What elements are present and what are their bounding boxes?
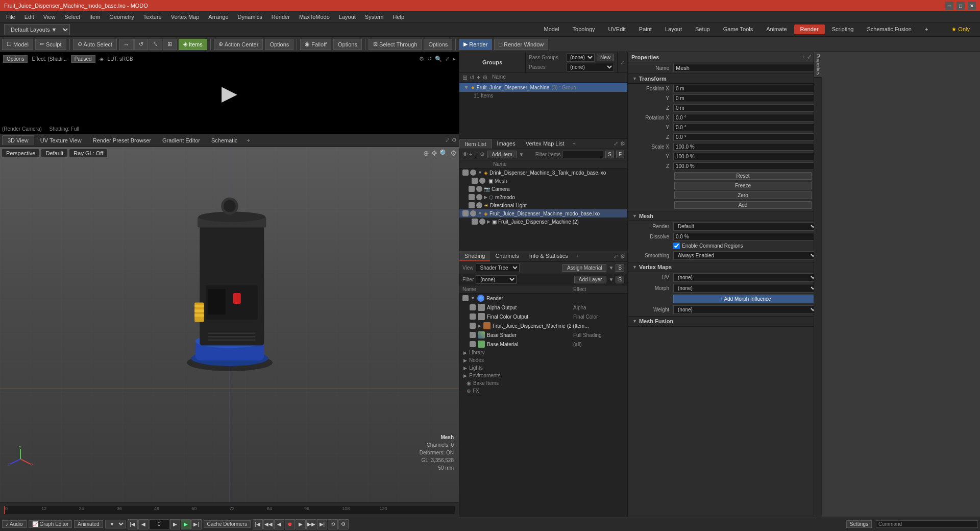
shading-expand-icon[interactable]: ⤢ (614, 253, 618, 260)
record-button[interactable]: ⏺ (285, 519, 295, 529)
loop-button[interactable]: ⟲ (328, 519, 338, 529)
cmd-regions-checkbox[interactable] (673, 243, 680, 249)
view-tab-gradient[interactable]: Gradient Editor (157, 136, 205, 145)
menu-layout[interactable]: Layout (335, 13, 360, 21)
frame-input[interactable] (149, 519, 169, 529)
star-only[interactable]: ★ Only (945, 25, 976, 34)
tab-add[interactable]: + (919, 25, 934, 34)
tab-uvedit[interactable]: UVEdit (602, 25, 632, 34)
shader-tree-select[interactable]: Shader Tree (476, 263, 520, 272)
tab-info-stats[interactable]: Info & Statistics (524, 251, 573, 261)
scale-z-input[interactable] (673, 162, 818, 170)
add-item-button[interactable]: Add Item (487, 151, 517, 158)
shader-section-nodes[interactable]: ▶ Nodes (459, 356, 627, 364)
tab-layout[interactable]: Layout (659, 25, 688, 34)
falloff-button[interactable]: ◉ Falloff (300, 39, 331, 50)
menu-geometry[interactable]: Geometry (105, 13, 138, 21)
side-tab-properties[interactable]: Properties (814, 52, 822, 78)
options-button-3[interactable]: Options (424, 39, 452, 50)
play-button[interactable]: ▶ (214, 78, 245, 108)
graph-editor-button[interactable]: 📈 Graph Editor (29, 520, 72, 528)
tab-animate[interactable]: Animate (760, 25, 793, 34)
item-row-0[interactable]: ▼ ◈ Drink_Dispenser_Machine_3_Tank_modo_… (459, 168, 627, 177)
shading-s-btn-2[interactable]: S (616, 276, 624, 283)
weight-select[interactable]: (none) (673, 305, 818, 314)
item-row-m2modo[interactable]: ▶ ⬡ m2modo (459, 193, 627, 201)
menu-system[interactable]: System (361, 13, 388, 21)
item-row-light[interactable]: ☀ Directional Light (459, 201, 627, 209)
model-button[interactable]: ☐ Model (2, 39, 33, 50)
command-input[interactable] (904, 521, 975, 527)
passes-select[interactable]: (none) (567, 63, 614, 71)
smoothing-select[interactable]: Always Enabled (673, 251, 818, 260)
transport-btn-3[interactable]: ◀ (274, 519, 284, 529)
maximize-button[interactable]: □ (957, 2, 965, 10)
auto-select-button[interactable]: ⊙ Auto Select (73, 39, 117, 50)
tab-shading[interactable]: Shading (459, 251, 490, 261)
transport-btn-6[interactable]: ▶▶ (306, 519, 316, 529)
close-button[interactable]: ✕ (968, 2, 976, 10)
expand-icon[interactable]: ⤢ (445, 137, 450, 143)
vp-pan-icon[interactable]: ✥ (431, 149, 437, 157)
tab-scripting[interactable]: Scripting (826, 25, 860, 34)
viewport-3d[interactable]: Perspective Default Ray GL: Off ⊕ ✥ 🔍 ⚙ … (0, 147, 459, 502)
tab-game-tools[interactable]: Game Tools (717, 25, 760, 34)
menu-edit[interactable]: Edit (20, 13, 38, 21)
shader-section-environments[interactable]: ▶ Environments (459, 372, 627, 379)
tab-images[interactable]: Images (492, 139, 521, 149)
menu-maxtomodo[interactable]: MaxToModo (295, 13, 334, 21)
shader-row-alpha[interactable]: Alpha Output Alpha (459, 303, 627, 312)
menu-arrange[interactable]: Arrange (204, 13, 232, 21)
mesh-header[interactable]: ▼ Mesh (628, 211, 822, 221)
options-btn[interactable]: Options (3, 55, 28, 63)
animated-select[interactable]: ▼ (105, 520, 126, 528)
freeze-button[interactable]: Freeze (674, 182, 812, 189)
go-start-button[interactable]: |◀ (128, 519, 138, 529)
menu-file[interactable]: File (2, 13, 19, 21)
transport-btn-5[interactable]: ▶ (296, 519, 306, 529)
more-icon[interactable]: ▸ (453, 56, 456, 62)
tab-item-list[interactable]: Item List (459, 139, 492, 149)
tab-shading-add[interactable]: + (573, 251, 582, 261)
uv-select[interactable]: (none) (673, 273, 818, 282)
pos-z-input[interactable] (673, 104, 818, 112)
item-row-camera[interactable]: 📷 Camera (459, 185, 627, 193)
filter-s-btn[interactable]: S (605, 151, 614, 158)
groups-expand[interactable]: ⤢ (617, 52, 627, 73)
assign-material-dropdown[interactable]: ▼ (608, 265, 614, 271)
items-button[interactable]: ◈ Items (179, 39, 207, 50)
tab-vertex-map-list[interactable]: Vertex Map List (521, 139, 570, 149)
tab-schematic[interactable]: Schematic Fusion (861, 25, 917, 34)
options-transport[interactable]: ⚙ (338, 519, 349, 529)
transport-btn-2[interactable]: ◀◀ (263, 519, 274, 529)
settings-view-icon[interactable]: ⚙ (452, 137, 457, 143)
tab-render[interactable]: Render (794, 25, 825, 34)
shader-section-bake[interactable]: ◉ Bake Items (459, 379, 627, 387)
items-expand-icon[interactable]: ⤢ (614, 140, 618, 147)
shader-row-render[interactable]: ▼ Render (459, 294, 627, 303)
view-tab-uv[interactable]: UV Texture View (35, 136, 87, 145)
name-input[interactable] (673, 64, 818, 72)
dissolve-input[interactable] (673, 233, 818, 240)
reset-button[interactable]: Reset (674, 172, 812, 180)
menu-help[interactable]: Help (389, 13, 409, 21)
next-frame-button[interactable]: ▶ (170, 519, 180, 529)
new-group-button[interactable]: New (597, 54, 614, 61)
tab-paint[interactable]: Paint (633, 25, 658, 34)
minimize-button[interactable]: ─ (945, 2, 953, 10)
items-dots-icon[interactable]: ⋮ (473, 151, 479, 158)
view-tab-add[interactable]: + (243, 136, 253, 144)
tab-model[interactable]: Model (538, 25, 566, 34)
scale-y-input[interactable] (673, 153, 818, 160)
layouts-dropdown[interactable]: Default Layouts ▼ (4, 24, 70, 35)
view-tab-schematic[interactable]: Schematic (206, 136, 242, 145)
scale-icon[interactable]: ⤡ (149, 39, 162, 50)
move-icon[interactable]: ↔ (119, 39, 134, 50)
dropdown-arrow-items[interactable]: ▼ (519, 152, 524, 157)
play-pause-button[interactable]: ▶ (181, 519, 191, 529)
animated-button[interactable]: Animated (74, 520, 103, 528)
settings-icon[interactable]: ⚙ (419, 56, 424, 62)
options-button-2[interactable]: Options (333, 39, 362, 50)
items-settings-icon[interactable]: ⚙ (620, 140, 625, 147)
menu-view[interactable]: View (39, 13, 60, 21)
